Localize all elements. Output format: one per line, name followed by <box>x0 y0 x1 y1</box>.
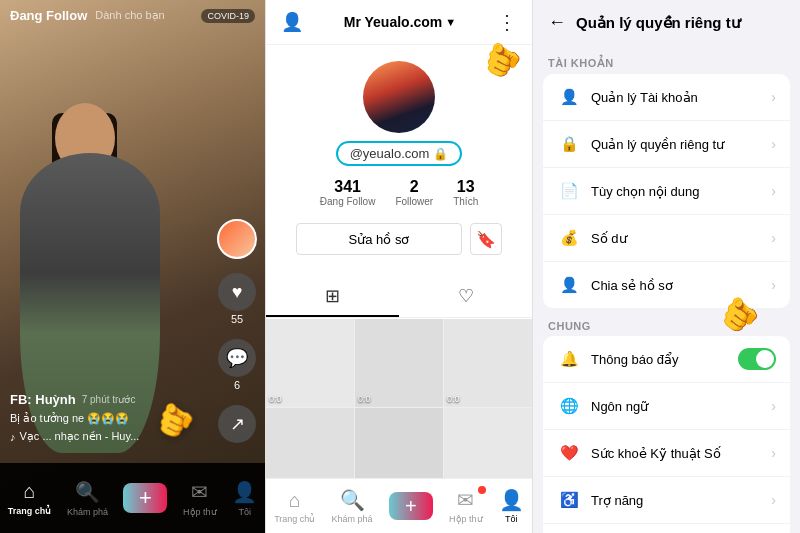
comments-count: 6 <box>234 379 240 391</box>
profile-action-buttons: Sửa hồ sơ 🔖 <box>276 223 522 255</box>
lock2-icon: 🔒 <box>557 132 581 156</box>
edit-profile-button[interactable]: Sửa hồ sơ <box>296 223 462 255</box>
dropdown-arrow: ▼ <box>445 16 456 28</box>
profile-icon: 👤 <box>232 480 257 504</box>
notifications-toggle[interactable] <box>738 348 776 370</box>
menu-item-privacy[interactable]: 🔒 Quản lý quyền riêng tư › <box>543 121 790 168</box>
profile-avatar <box>363 61 435 133</box>
likes-count: 55 <box>231 313 243 325</box>
inbox2-icon: ✉ <box>457 488 474 512</box>
back-icon[interactable]: 👤 <box>281 11 303 33</box>
add-video-button[interactable]: + <box>123 483 167 513</box>
followers-stat: 2 Follower <box>395 178 433 207</box>
nav-profile-label: Tôi <box>238 507 251 517</box>
plus-icon: + <box>139 485 152 511</box>
chevron-right-icon-2: › <box>771 136 776 152</box>
comment-button[interactable]: 💬 6 <box>218 339 256 391</box>
home-icon: ⌂ <box>23 480 35 503</box>
covid-badge: COVID-19 <box>201 9 255 23</box>
settings-header: ← Quản lý quyền riêng tư <box>533 0 800 45</box>
explore2-icon: 🔍 <box>340 488 365 512</box>
section-account-label: TÀI KHOẢN <box>533 53 800 74</box>
explore-icon: 🔍 <box>75 480 100 504</box>
nav-inbox-label: Hộp thư <box>183 507 217 517</box>
followers-label: Follower <box>395 196 433 207</box>
bookmark-icon: 🔖 <box>476 230 496 249</box>
health-icon: ❤️ <box>557 441 581 465</box>
language-icon: 🌐 <box>557 394 581 418</box>
profile2-icon: 👤 <box>499 488 524 512</box>
follow-tag: Đang Follow Dành cho bạn <box>10 8 165 23</box>
nav-inbox[interactable]: ✉ Hộp thư <box>183 480 217 517</box>
grid-cell[interactable]: 0:0 <box>266 319 354 407</box>
right-action-icons: ♥ 55 💬 6 ↗ <box>217 219 257 443</box>
comment-icon: 💬 <box>218 339 256 377</box>
video-username: FB: Huỳnh <box>10 392 76 407</box>
nav2-explore[interactable]: 🔍 Khám phá <box>332 488 373 524</box>
share-profile-text: Chia sẻ hồ sơ <box>591 278 761 293</box>
nav-explore[interactable]: 🔍 Khám phá <box>67 480 108 517</box>
avatar[interactable] <box>217 219 257 259</box>
top-bar: Đang Follow Dành cho bạn COVID-19 <box>0 0 265 31</box>
share-icon: ↗ <box>218 405 256 443</box>
time-ago: 7 phút trước <box>82 394 136 405</box>
chevron-right-icon-5: › <box>771 277 776 293</box>
menu-item-data-saver[interactable]: 📱 Trình Tiết kiệm Dữ liệu › <box>543 524 790 533</box>
settings-title: Quản lý quyền riêng tư <box>576 14 741 32</box>
language-text: Ngôn ngữ <box>591 399 761 414</box>
section-account: TÀI KHOẢN 👤 Quản lý Tài khoản › 🔒 Quản l… <box>533 53 800 308</box>
plus2-icon: + <box>405 495 417 518</box>
menu-item-language[interactable]: 🌐 Ngôn ngữ › <box>543 383 790 430</box>
content-tabs: ⊞ ♡ <box>266 277 532 318</box>
notifications-text: Thông báo đẩy <box>591 352 728 367</box>
nav-home[interactable]: ⌂ Trang chủ <box>8 480 52 516</box>
chevron-right-icon-8: › <box>771 492 776 508</box>
accessibility-icon: ♿ <box>557 488 581 512</box>
like-button[interactable]: ♥ 55 <box>218 273 256 325</box>
inbox-icon: ✉ <box>191 480 208 504</box>
nav-profile[interactable]: 👤 Tôi <box>232 480 257 517</box>
menu-item-balance[interactable]: 💰 Số dư › <box>543 215 790 262</box>
music-name: Vạc ... nhạc nền - Huy... <box>20 430 140 443</box>
digital-health-text: Sức khoẻ Kỹ thuật Số <box>591 446 761 461</box>
menu-item-content-options[interactable]: 📄 Tùy chọn nội dung › <box>543 168 790 215</box>
grid-icon: ⊞ <box>325 285 340 307</box>
tab-liked[interactable]: ♡ <box>399 277 532 317</box>
bookmark-button[interactable]: 🔖 <box>470 223 502 255</box>
following-count: 341 <box>334 178 361 196</box>
grid-cell[interactable]: 0:0 <box>355 319 443 407</box>
nav2-inbox[interactable]: ✉ Hộp thư <box>449 488 483 524</box>
nav2-explore-label: Khám phá <box>332 514 373 524</box>
following-stat: 341 Đang Follow <box>320 178 376 207</box>
share-button[interactable]: ↗ <box>218 405 256 443</box>
menu-item-notifications[interactable]: 🔔 Thông báo đẩy <box>543 336 790 383</box>
grid-cell[interactable]: 0:0 <box>444 319 532 407</box>
profile-username-header: Mr Yeualo.com ▼ <box>344 14 456 30</box>
nav2-profile-label: Tôi <box>505 514 518 524</box>
add-video-button-2[interactable]: + <box>389 492 433 520</box>
lock-icon: 🔒 <box>433 147 448 161</box>
balance-text: Số dư <box>591 231 761 246</box>
notification-dot <box>478 486 486 494</box>
likes-stat: 13 Thích <box>453 178 478 207</box>
section-general: CHUNG 🔔 Thông báo đẩy 🌐 Ngôn ngữ › ❤️ Sứ… <box>533 316 800 533</box>
nav2-home[interactable]: ⌂ Trang chủ <box>274 489 315 524</box>
danh-cho-text: Dành cho bạn <box>95 9 164 22</box>
chevron-right-icon: › <box>771 89 776 105</box>
likes-label: Thích <box>453 196 478 207</box>
menu-item-digital-health[interactable]: ❤️ Sức khoẻ Kỹ thuật Số › <box>543 430 790 477</box>
nav2-home-label: Trang chủ <box>274 514 315 524</box>
profile-header: 👤 Mr Yeualo.com ▼ ⋮ <box>266 0 532 45</box>
chevron-right-icon-6: › <box>771 398 776 414</box>
menu-item-manage-account[interactable]: 👤 Quản lý Tài khoản › <box>543 74 790 121</box>
nav2-profile[interactable]: 👤 Tôi <box>499 488 524 524</box>
back-button[interactable]: ← <box>548 12 566 33</box>
tab-videos[interactable]: ⊞ <box>266 277 399 317</box>
chevron-right-icon-7: › <box>771 445 776 461</box>
video-feed-panel: Đang Follow Dành cho bạn COVID-19 ♥ 55 💬… <box>0 0 265 533</box>
menu-item-accessibility[interactable]: ♿ Trợ năng › <box>543 477 790 524</box>
bottom-navigation: ⌂ Trang chủ 🔍 Khám phá + ✉ Hộp thư 👤 Tôi <box>0 463 265 533</box>
more-options-icon[interactable]: ⋮ <box>497 10 517 34</box>
hand-cursor-settings-icon: 🫵 <box>717 292 763 336</box>
home2-icon: ⌂ <box>289 489 301 512</box>
